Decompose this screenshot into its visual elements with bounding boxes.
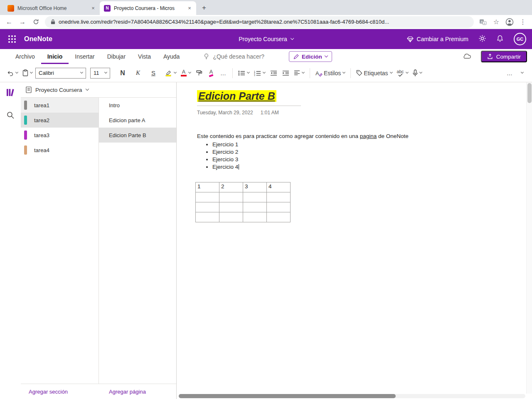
horizontal-scrollbar[interactable] (179, 394, 525, 398)
font-name-select[interactable]: Calibri (35, 68, 86, 79)
bold-button[interactable]: N (117, 67, 128, 79)
table-cell[interactable]: 1 (196, 182, 219, 192)
forward-icon[interactable]: → (17, 16, 28, 28)
font-color-button[interactable]: A (179, 67, 192, 79)
notebook-switcher[interactable]: Proyecto Coursera (21, 82, 176, 98)
toolbar-overflow-button[interactable]: … (504, 67, 515, 79)
app-launcher-icon[interactable] (8, 35, 16, 43)
numbered-list-button[interactable]: 123 (252, 67, 267, 79)
page-item-edicion-parte-b[interactable]: Edicion Parte B (99, 128, 176, 143)
underline-button[interactable]: S (148, 67, 159, 79)
browser-tab-office-home[interactable]: Microsoft Office Home × (3, 1, 100, 15)
bullet-item[interactable]: Ejercicio 1 (212, 141, 507, 148)
page-item-intro[interactable]: Intro (99, 98, 176, 113)
body-link-text[interactable]: pagina (360, 133, 377, 139)
table-cell[interactable] (196, 212, 219, 222)
settings-gear-icon[interactable] (478, 34, 486, 44)
dictate-button[interactable] (411, 67, 424, 79)
italic-button[interactable]: K (133, 67, 143, 79)
increase-indent-button[interactable] (280, 67, 291, 79)
account-avatar[interactable]: GC (514, 33, 526, 45)
sidebar-item-tarea2[interactable]: tarea2 (21, 113, 99, 128)
add-section-button[interactable]: Agregar sección (29, 389, 68, 395)
share-button[interactable]: Compartir (481, 51, 527, 62)
ribbon-tab-ayuda[interactable]: Ayuda (157, 49, 186, 64)
notifications-bell-icon[interactable] (496, 34, 504, 44)
sidebar-item-tarea4[interactable]: tarea4 (21, 143, 99, 158)
table-cell[interactable] (219, 192, 243, 202)
sync-cloud-icon[interactable] (462, 53, 472, 61)
diamond-icon (407, 36, 414, 42)
highlighter-button[interactable] (163, 67, 178, 79)
tell-me-search[interactable]: ¿Qué desea hacer? (203, 53, 264, 60)
vertical-scrollbar-thumb[interactable] (527, 83, 532, 103)
browser-profile-icon[interactable] (504, 16, 515, 28)
ribbon-tab-vista[interactable]: Vista (132, 49, 157, 64)
clear-formatting-button[interactable]: A (206, 67, 217, 79)
notebooks-library-icon[interactable] (4, 86, 17, 98)
styles-button[interactable]: A Estilos (314, 67, 347, 79)
premium-button[interactable]: Cambiar a Premium (407, 36, 468, 42)
table-cell[interactable] (196, 192, 219, 202)
sidebar-item-tarea1[interactable]: tarea1 (21, 98, 99, 113)
reload-icon[interactable] (30, 16, 42, 28)
browser-menu-icon[interactable]: ⋮ (517, 16, 529, 28)
table-cell[interactable]: 4 (267, 182, 291, 192)
table-cell[interactable] (243, 202, 267, 212)
horizontal-scrollbar-thumb[interactable] (179, 394, 396, 398)
document-title[interactable]: Proyecto Coursera (239, 36, 293, 42)
editing-mode-button[interactable]: Edición (289, 51, 332, 62)
more-formatting-button[interactable]: … (218, 67, 229, 79)
page-title-block[interactable]: Edicion Parte B (197, 89, 301, 106)
bullet-item[interactable]: Ejercicio 4 (212, 163, 507, 171)
table-cell[interactable] (219, 202, 243, 212)
close-tab-icon[interactable]: × (90, 5, 96, 12)
table-cell[interactable] (243, 212, 267, 222)
sidebar-item-tarea3[interactable]: tarea3 (21, 128, 99, 143)
table-cell[interactable] (243, 192, 267, 202)
table-cell[interactable]: 2 (219, 182, 243, 192)
translate-icon[interactable]: Aa (477, 16, 489, 28)
share-icon (487, 54, 493, 59)
font-size-select[interactable]: 11 (90, 68, 110, 79)
bullet-list-button[interactable] (236, 67, 251, 79)
content-table[interactable]: 1 2 3 4 (195, 182, 291, 222)
share-label: Compartir (496, 54, 521, 60)
spellcheck-button[interactable]: abc (395, 67, 410, 79)
close-tab-icon[interactable]: × (186, 5, 193, 12)
table-cell[interactable] (219, 212, 243, 222)
paste-button[interactable] (21, 67, 34, 79)
app-name[interactable]: OneNote (24, 35, 52, 43)
search-icon[interactable] (4, 109, 17, 121)
ribbon-tab-inicio[interactable]: Inicio (41, 49, 69, 64)
address-bar[interactable]: onedrive.live.com/redir?resid=7A80404A88… (45, 16, 474, 28)
bullet-item[interactable]: Ejercicio 2 (212, 148, 507, 156)
new-tab-button[interactable]: + (199, 2, 209, 13)
tags-button[interactable]: Etiquetas (355, 67, 394, 79)
table-cell[interactable] (267, 202, 291, 212)
format-painter-button[interactable] (194, 67, 204, 79)
numbered-list-icon: 123 (254, 70, 261, 76)
browser-tab-proyecto-coursera[interactable]: N Proyecto Coursera - Micros × (100, 1, 196, 15)
bookmark-star-icon[interactable]: ☆ (490, 16, 502, 28)
collapse-ribbon-button[interactable] (516, 67, 527, 79)
page-canvas[interactable]: Edicion Parte B Tuesday, March 29, 20221… (177, 82, 532, 399)
body-paragraph[interactable]: Este contenido es para practicar como ag… (197, 133, 507, 139)
table-cell[interactable]: 3 (243, 182, 267, 192)
alignment-button[interactable] (292, 67, 306, 79)
table-cell[interactable] (196, 202, 219, 212)
decrease-indent-button[interactable] (268, 67, 279, 79)
premium-label: Cambiar a Premium (417, 36, 468, 42)
document-title-text: Proyecto Coursera (239, 36, 287, 42)
vertical-scrollbar[interactable] (526, 82, 532, 394)
undo-button[interactable] (5, 67, 20, 79)
add-page-button[interactable]: Agregar página (109, 389, 146, 395)
back-icon[interactable]: ← (3, 16, 15, 28)
page-item-edicion-parte-a[interactable]: Edicion parte A (99, 113, 176, 128)
ribbon-tab-dibujar[interactable]: Dibujar (101, 49, 132, 64)
table-cell[interactable] (267, 192, 291, 202)
bullet-item[interactable]: Ejercicio 3 (212, 156, 507, 163)
table-cell[interactable] (267, 212, 291, 222)
ribbon-tab-archivo[interactable]: Archivo (9, 49, 41, 64)
ribbon-tab-insertar[interactable]: Insertar (69, 49, 101, 64)
